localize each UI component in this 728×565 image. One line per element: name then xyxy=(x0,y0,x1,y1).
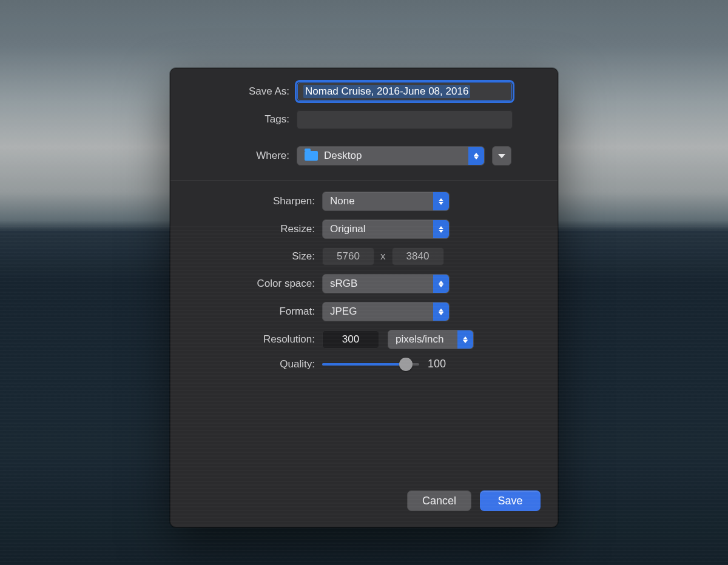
format-label: Format: xyxy=(187,306,322,318)
filename-input[interactable]: Nomad Cruise, 2016-June 08, 2016 xyxy=(297,82,513,101)
stepper-icon xyxy=(433,303,449,321)
export-options: Sharpen: None Resize: Original Size: 576… xyxy=(170,180,558,376)
stepper-icon xyxy=(433,220,449,238)
dialog-buttons: Cancel Save xyxy=(170,490,558,527)
size-separator: x xyxy=(380,250,386,262)
disclosure-button[interactable] xyxy=(492,146,511,165)
spacer xyxy=(170,376,558,490)
resolution-input[interactable]: 300 xyxy=(322,330,379,349)
sharpen-label: Sharpen: xyxy=(187,195,322,207)
cancel-button[interactable]: Cancel xyxy=(407,490,471,511)
colorspace-value: sRGB xyxy=(330,278,357,290)
where-popup[interactable]: Desktop xyxy=(297,146,485,165)
chevron-down-icon xyxy=(498,154,505,158)
colorspace-popup[interactable]: sRGB xyxy=(322,274,450,293)
sharpen-popup[interactable]: None xyxy=(322,192,450,211)
filename-text: Nomad Cruise, 2016-June 08, 2016 xyxy=(303,85,470,98)
stepper-icon xyxy=(468,147,484,165)
slider-knob[interactable] xyxy=(399,358,413,371)
resolution-label: Resolution: xyxy=(187,333,322,346)
width-input[interactable]: 5760 xyxy=(322,247,374,266)
stepper-icon xyxy=(433,192,449,210)
stepper-icon xyxy=(433,275,449,293)
slider-fill xyxy=(322,363,406,366)
tags-input[interactable] xyxy=(297,110,513,129)
quality-slider[interactable] xyxy=(322,359,419,370)
tags-label: Tags: xyxy=(187,113,297,125)
format-popup[interactable]: JPEG xyxy=(322,302,450,321)
format-value: JPEG xyxy=(330,306,357,318)
folder-icon xyxy=(305,151,318,161)
quality-label: Quality: xyxy=(187,358,322,370)
save-dialog-header: Save As: Nomad Cruise, 2016-June 08, 201… xyxy=(170,69,558,180)
save-dialog: Save As: Nomad Cruise, 2016-June 08, 201… xyxy=(170,68,558,527)
where-value: Desktop xyxy=(324,150,362,162)
resize-popup[interactable]: Original xyxy=(322,219,450,239)
stepper-icon xyxy=(457,330,473,349)
resize-label: Resize: xyxy=(187,223,322,235)
height-input[interactable]: 3840 xyxy=(392,247,444,266)
where-label: Where: xyxy=(187,150,297,162)
size-label: Size: xyxy=(187,250,322,262)
resize-value: Original xyxy=(330,223,366,235)
save-button[interactable]: Save xyxy=(480,490,541,511)
save-as-label: Save As: xyxy=(187,85,297,98)
resolution-unit-popup[interactable]: pixels/inch xyxy=(388,330,474,349)
sharpen-value: None xyxy=(330,195,355,207)
colorspace-label: Color space: xyxy=(187,278,322,290)
quality-value: 100 xyxy=(428,358,446,370)
resolution-unit-value: pixels/inch xyxy=(396,333,443,346)
